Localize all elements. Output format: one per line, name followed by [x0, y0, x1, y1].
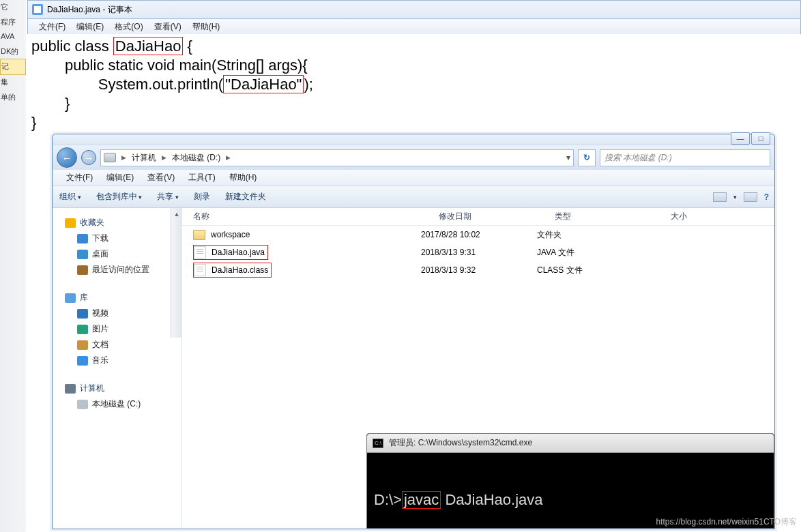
- notepad-editor[interactable]: public class DaJiaHao { public static vo…: [27, 34, 801, 135]
- preview-pane-icon[interactable]: [744, 192, 757, 202]
- breadcrumb-drive[interactable]: 本地磁盘 (D:): [172, 152, 220, 164]
- picture-icon: [77, 325, 88, 334]
- file-name: DaJiaHao.java: [212, 248, 265, 257]
- document-icon: [77, 340, 88, 350]
- computer-icon: [65, 384, 76, 394]
- file-type: 文件夹: [537, 229, 653, 241]
- menu-help[interactable]: 帮助(H): [187, 20, 226, 34]
- col-name[interactable]: 名称: [193, 211, 439, 222]
- file-date: 2017/8/28 10:02: [421, 230, 537, 239]
- highlight-javac: javac: [402, 491, 441, 509]
- hdd-icon: [77, 400, 88, 409]
- menu-format[interactable]: 格式(O): [109, 20, 148, 34]
- folder-icon: [193, 230, 205, 240]
- background-cropped: 它程序 AVADK的 记 集单的: [0, 0, 26, 532]
- highlight-string: "DaJiaHao": [223, 75, 304, 93]
- nav-recent[interactable]: 最近访问的位置: [65, 262, 175, 278]
- nav-pictures[interactable]: 图片: [65, 321, 175, 337]
- refresh-button[interactable]: ↻: [578, 149, 596, 166]
- nav-desktop[interactable]: 桌面: [65, 246, 175, 262]
- nav-downloads[interactable]: 下载: [65, 231, 175, 246]
- file-date: 2018/3/13 9:31: [421, 248, 537, 257]
- toolbar-organize[interactable]: 组织: [59, 191, 81, 203]
- col-size[interactable]: 大小: [671, 211, 712, 222]
- cmd-window: C:\ 管理员: C:\Windows\system32\cmd.exe D:\…: [366, 433, 774, 529]
- maximize-button[interactable]: □: [751, 132, 770, 145]
- nav-local-disk-c[interactable]: 本地磁盘 (C:): [65, 396, 175, 412]
- nav-music[interactable]: 音乐: [65, 353, 175, 368]
- code-text: }: [31, 95, 70, 112]
- file-icon: [194, 246, 206, 258]
- column-headers[interactable]: 名称 修改日期 类型 大小: [182, 208, 774, 226]
- file-date: 2018/3/13 9:32: [421, 265, 537, 275]
- menu-view[interactable]: 查看(V): [141, 171, 181, 185]
- highlight-classname: DaJiaHao: [113, 37, 184, 55]
- explorer-window: — □ ← → ▶ 计算机 ▶ 本地磁盘 (D:) ▶ ▾ ↻ 搜索 本地磁盘 …: [52, 134, 775, 529]
- file-row[interactable]: DaJiaHao.java2018/3/13 9:31JAVA 文件: [182, 243, 774, 261]
- nav-computer[interactable]: 计算机: [65, 381, 175, 396]
- explorer-toolbar: 组织 包含到库中 共享 刻录 新建文件夹 ▾ ?: [53, 186, 774, 208]
- library-icon: [65, 293, 76, 303]
- menu-tools[interactable]: 工具(T): [181, 171, 222, 185]
- notepad-icon: [32, 4, 43, 15]
- video-icon: [77, 309, 88, 319]
- code-text: System.out.println(: [31, 76, 223, 93]
- forward-button[interactable]: →: [81, 150, 96, 165]
- cmd-icon: C:\: [373, 439, 383, 448]
- watermark: https://blog.csdn.net/weixin51CTO博客: [656, 516, 797, 528]
- file-row[interactable]: workspace2017/8/28 10:02文件夹: [182, 226, 774, 243]
- help-icon[interactable]: ?: [764, 192, 769, 202]
- back-button[interactable]: ←: [57, 147, 77, 168]
- search-input[interactable]: 搜索 本地磁盘 (D:): [600, 149, 770, 166]
- nav-libraries[interactable]: 库: [65, 290, 175, 306]
- cmd-title-text: 管理员: C:\Windows\system32\cmd.exe: [389, 437, 532, 449]
- file-name: workspace: [211, 230, 250, 239]
- minimize-button[interactable]: —: [731, 132, 750, 145]
- nav-documents[interactable]: 文档: [65, 337, 175, 353]
- file-type: CLASS 文件: [537, 265, 653, 276]
- menu-edit[interactable]: 编辑(E): [71, 20, 109, 34]
- nav-videos[interactable]: 视频: [65, 306, 175, 321]
- recent-icon: [77, 265, 88, 275]
- cmd-text: DaJiaHao.java: [441, 491, 542, 508]
- code-text: public static void main(String[] args){: [31, 57, 308, 74]
- menu-file[interactable]: 文件(F): [33, 20, 71, 34]
- menu-edit[interactable]: 编辑(E): [100, 171, 141, 185]
- chevron-right-icon: ▶: [226, 154, 231, 161]
- address-bar[interactable]: ▶ 计算机 ▶ 本地磁盘 (D:) ▶ ▾: [100, 149, 574, 166]
- notepad-titlebar[interactable]: DaJiaHao.java - 记事本: [27, 0, 801, 19]
- explorer-file-list: 名称 修改日期 类型 大小 workspace2017/8/28 10:02文件…: [182, 208, 774, 529]
- download-icon: [77, 234, 88, 243]
- explorer-addressbar-row: ← → ▶ 计算机 ▶ 本地磁盘 (D:) ▶ ▾ ↻ 搜索 本地磁盘 (D:): [53, 145, 774, 170]
- code-text: public class: [31, 38, 113, 55]
- code-text: );: [304, 76, 312, 93]
- notepad-window: DaJiaHao.java - 记事本 文件(F) 编辑(E) 格式(O) 查看…: [27, 0, 801, 135]
- toolbar-burn[interactable]: 刻录: [194, 191, 210, 203]
- file-row[interactable]: DaJiaHao.class2018/3/13 9:32CLASS 文件: [182, 261, 774, 279]
- toolbar-share[interactable]: 共享: [157, 191, 179, 203]
- col-date[interactable]: 修改日期: [439, 211, 555, 222]
- desktop-icon: [77, 250, 88, 259]
- dropdown-icon[interactable]: ▾: [566, 153, 570, 162]
- breadcrumb-computer[interactable]: 计算机: [132, 152, 156, 164]
- menu-view[interactable]: 查看(V): [149, 20, 187, 34]
- toolbar-include-library[interactable]: 包含到库中: [96, 191, 143, 203]
- chevron-right-icon: ▶: [162, 154, 166, 161]
- file-icon: [194, 264, 206, 276]
- cmd-titlebar[interactable]: C:\ 管理员: C:\Windows\system32\cmd.exe: [367, 434, 774, 453]
- cmd-prompt: D:\>: [374, 491, 402, 508]
- notepad-title-text: DaJiaHao.java - 记事本: [47, 4, 132, 16]
- nav-favorites[interactable]: 收藏夹: [65, 215, 175, 231]
- explorer-navigation-pane: ▲ 收藏夹 下载 桌面 最近访问的位置 库 视频 图片 文档 音乐 计算机 本地…: [53, 208, 182, 529]
- menu-help[interactable]: 帮助(H): [222, 171, 264, 185]
- drive-icon: [104, 153, 116, 162]
- chevron-right-icon: ▶: [121, 154, 126, 161]
- menu-file[interactable]: 文件(F): [59, 171, 100, 185]
- explorer-titlebar[interactable]: — □: [53, 134, 774, 145]
- col-type[interactable]: 类型: [555, 211, 671, 222]
- code-text: }: [31, 114, 36, 131]
- nav-scrollbar[interactable]: ▲: [171, 208, 182, 338]
- view-options-icon[interactable]: [713, 192, 727, 202]
- star-icon: [65, 218, 76, 228]
- toolbar-newfolder[interactable]: 新建文件夹: [225, 191, 266, 203]
